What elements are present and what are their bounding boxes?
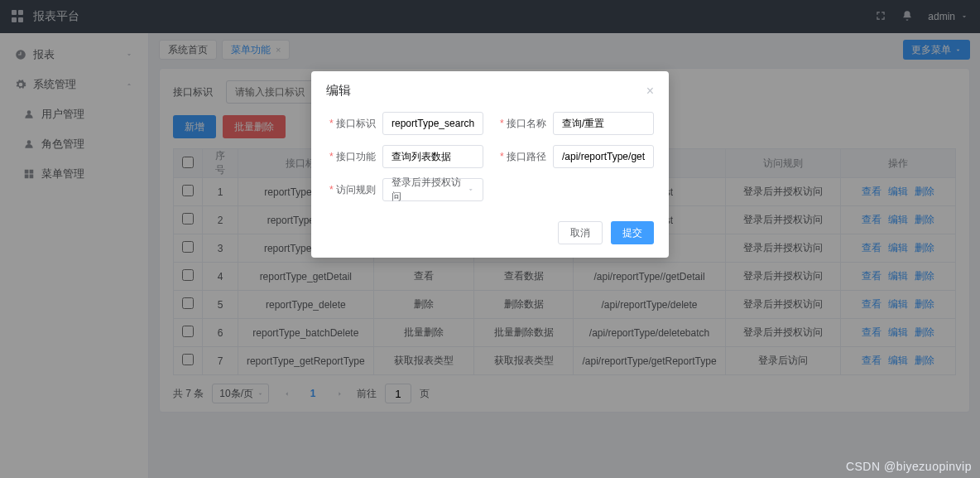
field-label-rule: 访问规则 (328, 183, 376, 197)
field-input-path[interactable] (553, 145, 654, 168)
field-label-name: 接口名称 (498, 117, 546, 131)
submit-button[interactable]: 提交 (611, 221, 654, 244)
field-label-func: 接口功能 (328, 150, 376, 164)
field-select-rule[interactable]: 登录后并授权访问 (382, 178, 483, 201)
field-input-name[interactable] (553, 112, 654, 135)
modal-mask: 编辑 × 接口标识 接口名称 接口功能 接口路径 (0, 0, 980, 478)
close-icon[interactable]: × (646, 84, 654, 99)
field-input-func[interactable] (382, 145, 483, 168)
field-label-path: 接口路径 (498, 150, 546, 164)
field-label-code: 接口标识 (328, 117, 376, 131)
select-value: 登录后并授权访问 (392, 176, 467, 204)
modal-title: 编辑 (326, 83, 351, 99)
chevron-down-icon (467, 186, 474, 194)
field-input-code[interactable] (382, 112, 483, 135)
edit-modal: 编辑 × 接口标识 接口名称 接口功能 接口路径 (311, 71, 669, 258)
cancel-button[interactable]: 取消 (558, 221, 603, 244)
